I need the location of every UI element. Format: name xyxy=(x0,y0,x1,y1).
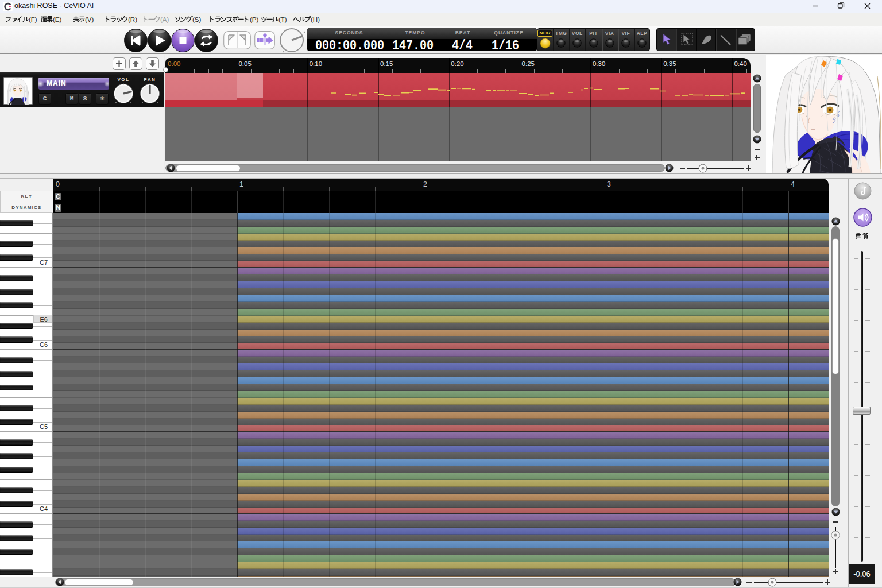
svg-text:(S): (S) xyxy=(192,16,202,23)
svg-text:(A): (A) xyxy=(160,16,169,23)
svg-text:(R): (R) xyxy=(128,16,137,23)
svg-text:(E): (E) xyxy=(53,16,62,23)
svg-text:(F): (F) xyxy=(29,16,37,23)
svg-text:(H): (H) xyxy=(311,16,320,23)
svg-text:(T): (T) xyxy=(278,16,287,23)
svg-text:(P): (P) xyxy=(250,16,259,23)
svg-text:(V): (V) xyxy=(85,16,94,23)
